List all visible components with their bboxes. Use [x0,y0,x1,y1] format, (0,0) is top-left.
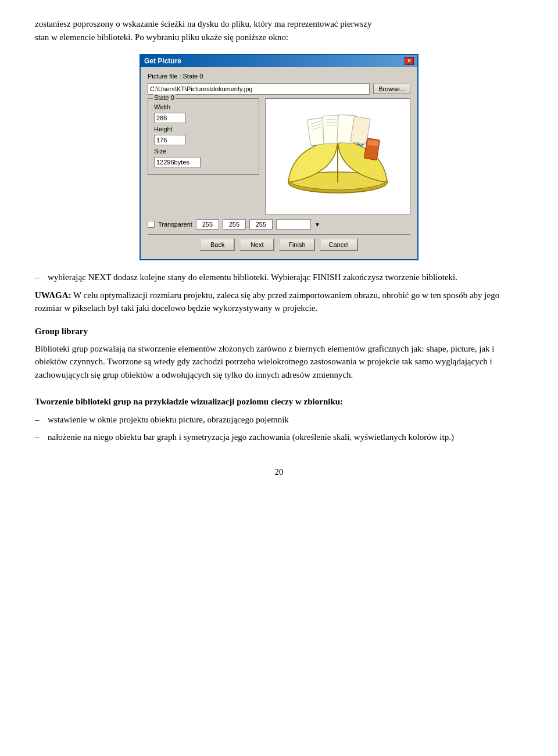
height-input[interactable] [154,135,186,145]
transparent-row: Transparent ▼ [148,219,410,230]
dialog-body: Picture file : State 0 Browse... State 0… [141,67,417,259]
state-section-label: State 0 [153,94,176,101]
transparent-checkbox[interactable] [148,221,155,228]
back-button[interactable]: Back [200,238,235,251]
tworzenie-heading: Tworzenie biblioteki grup na przykładzie… [35,395,523,409]
dialog-titlebar: Get Picture × [141,55,417,67]
color-input-3[interactable] [249,219,273,230]
uwaga-text: W celu optymalizacji rozmiaru projektu, … [35,291,499,313]
file-path-row: Browse... [148,83,410,95]
color-input-2[interactable] [223,219,246,230]
page-number: 20 [35,467,523,477]
cancel-button[interactable]: Cancel [320,238,358,251]
width-label: Width [154,103,177,110]
color-arrow-icon[interactable]: ▼ [314,221,320,228]
bullet-list-text-0: wstawienie w oknie projektu obiektu pict… [48,413,289,427]
next-button[interactable]: Next [239,238,274,251]
browse-button[interactable]: Browse... [373,84,410,94]
bullet1-text: wybierając NEXT dodasz kolejne stany do … [48,271,457,284]
intro-line2: stan w elemencie biblioteki. Po wybraniu… [35,33,288,42]
book-icon [280,107,396,206]
content-row: State 0 Width Height [148,98,410,214]
bullet-list-dash-0: – [35,413,48,427]
size-input[interactable] [154,157,201,167]
finish-button[interactable]: Finish [279,238,314,251]
color-input-1[interactable] [196,219,219,230]
file-path-input[interactable] [148,83,370,95]
picture-file-row: Picture file : State 0 [148,73,410,80]
bullet-list-dash-1: – [35,431,48,444]
group-library-heading: Group library [35,327,523,336]
height-value-row [154,135,253,145]
dialog-title-text: Get Picture [144,57,181,65]
dialog-container: Get Picture × Picture file : State 0 Bro… [35,54,523,260]
bullet-list-item-0: – wstawienie w oknie projektu obiektu pi… [35,413,523,427]
bullet-list-item-1: – nałożenie na niego obiektu bar graph i… [35,431,523,444]
dialog-title-area: Get Picture [144,57,181,65]
intro-line1: zostaniesz poproszony o wskazanie ścieżk… [35,19,371,28]
size-value-row [154,157,253,167]
color-preview-box [276,219,311,230]
dialog-footer-buttons: Back Next Finish Cancel [148,234,410,253]
width-value-row [154,113,253,123]
height-row: Height [154,126,253,132]
uwaga-paragraph: UWAGA: W celu optymalizacji rozmiaru pro… [35,289,523,315]
uwaga-bold: UWAGA: [35,291,71,300]
dialog-close-button[interactable]: × [405,57,414,65]
group-library-para1: Biblioteki grup pozwalają na stworzenie … [35,342,523,382]
state-section: State 0 Width Height [148,98,259,175]
bullet-next-finish: – wybierając NEXT dodasz kolejne stany d… [35,271,523,284]
bullet1-dash: – [35,271,48,284]
height-label: Height [154,126,177,132]
size-label: Size [154,148,177,155]
picture-file-label: Picture file : State 0 [148,73,203,80]
width-row: Width [154,103,253,110]
transparent-label: Transparent [158,221,192,228]
bullet-list-text-1: nałożenie na niego obiektu bar graph i s… [48,431,454,444]
image-preview-area [265,98,410,214]
left-panel: State 0 Width Height [148,98,259,214]
width-input[interactable] [154,113,186,123]
size-row: Size [154,148,253,155]
get-picture-dialog: Get Picture × Picture file : State 0 Bro… [140,54,419,260]
